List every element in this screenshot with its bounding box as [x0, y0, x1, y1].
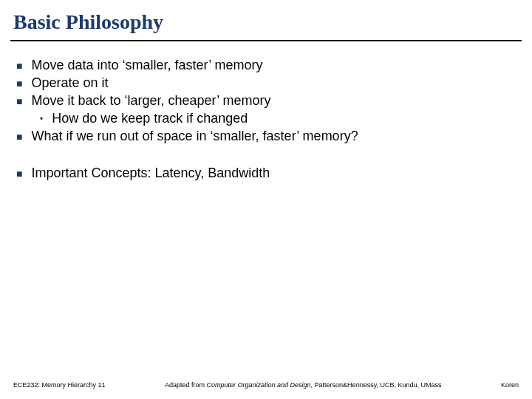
spacer [16, 146, 532, 166]
footer-center-prefix: Adapted from [165, 381, 207, 389]
square-bullet-icon: ■ [16, 60, 22, 72]
sub-bullet-list: • How do we keep track if changed [40, 111, 532, 126]
bullet-item: ■ Move it back to ‘larger, cheaper’ memo… [16, 93, 532, 109]
bullet-text: Move it back to ‘larger, cheaper’ memory [31, 93, 270, 109]
bullet-text: What if we run out of space in ‘smaller,… [31, 129, 358, 144]
square-bullet-icon: ■ [16, 168, 22, 180]
bullet-list-1: ■ Move data into ‘smaller, faster’ memor… [16, 58, 532, 144]
bullet-item: ■ What if we run out of space in ‘smalle… [16, 129, 532, 144]
footer-center-italic: Computer Organization and Design [207, 381, 311, 389]
slide-title: Basic Philosophy [0, 0, 532, 40]
square-bullet-icon: ■ [16, 95, 22, 107]
bullet-item: ■ Important Concepts: Latency, Bandwidth [16, 166, 532, 181]
slide-content: ■ Move data into ‘smaller, faster’ memor… [0, 41, 532, 181]
bullet-text: Operate on it [31, 75, 108, 91]
bullet-text: Move data into ‘smaller, faster’ memory [31, 58, 262, 73]
footer-right: Koren [501, 381, 519, 389]
sub-bullet-item: • How do we keep track if changed [40, 111, 532, 126]
bullet-text: Important Concepts: Latency, Bandwidth [31, 166, 270, 181]
square-bullet-icon: ■ [16, 131, 22, 143]
square-bullet-icon: ■ [16, 78, 22, 89]
slide-footer: ECE232: Memory Hierarchy 11 Adapted from… [0, 381, 532, 389]
bullet-item: ■ Operate on it [16, 75, 532, 91]
bullet-list-2: ■ Important Concepts: Latency, Bandwidth [16, 166, 532, 181]
bullet-item: ■ Move data into ‘smaller, faster’ memor… [16, 58, 532, 73]
footer-left: ECE232: Memory Hierarchy 11 [13, 381, 106, 389]
footer-center: Adapted from Computer Organization and D… [106, 381, 501, 389]
footer-center-suffix: , Patterson&Hennessy, UCB, Kundu, UMass [311, 381, 442, 389]
sub-bullet-text: How do we keep track if changed [52, 111, 248, 126]
dot-bullet-icon: • [40, 114, 43, 124]
